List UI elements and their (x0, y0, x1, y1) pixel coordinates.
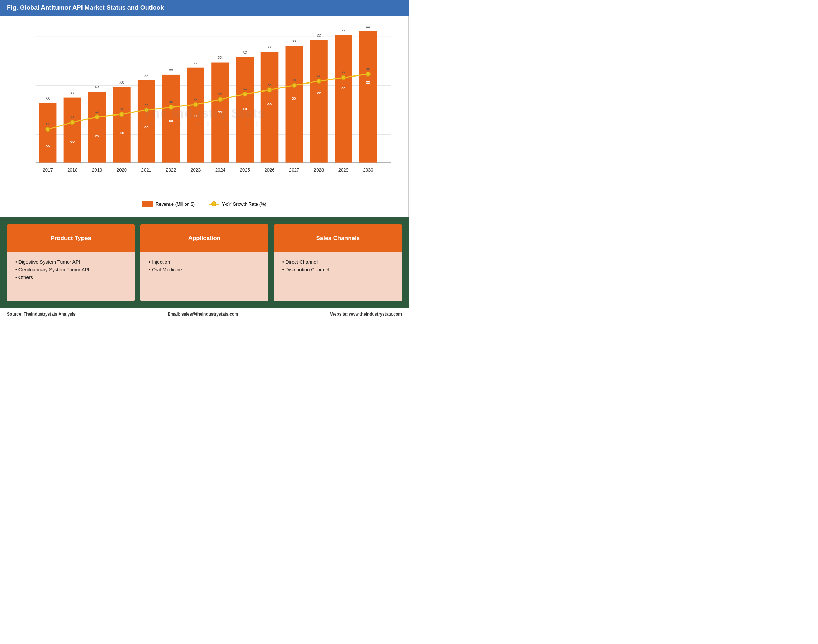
list-item: Distribution Channel (281, 267, 395, 273)
bar-2017 (39, 103, 57, 163)
list-item: Oral Medicine (147, 267, 261, 273)
footer-website: Website: www.theindustrystats.com (331, 312, 402, 317)
bar-2026 (261, 52, 278, 163)
svg-text:xx: xx (70, 90, 75, 95)
svg-text:xx: xx (194, 97, 198, 101)
svg-text:2029: 2029 (338, 167, 349, 173)
legend-revenue: Revenue (Million $) (142, 201, 195, 207)
dot-2023 (194, 103, 198, 107)
dot-2018 (70, 120, 75, 124)
svg-text:xx: xx (46, 143, 50, 147)
list-item: Genitourinary System Tumor API (14, 267, 128, 273)
list-item: Direct Channel (281, 259, 395, 265)
svg-text:xx: xx (169, 67, 173, 72)
svg-text:xx: xx (144, 124, 149, 128)
bar-2021 (138, 80, 155, 163)
footer-email: Email: sales@theindustrystats.com (168, 312, 238, 317)
list-item: Injection (147, 259, 261, 265)
bar-2029 (335, 35, 352, 163)
svg-text:xx: xx (317, 33, 321, 38)
product-types-body: Digestive System Tumor API Genitourinary… (7, 252, 135, 301)
category-sales-channels: Sales Channels Direct Channel Distributi… (274, 224, 402, 301)
footer-source: Source: Theindustrystats Analysis (7, 312, 75, 317)
bar-2027 (286, 46, 303, 163)
svg-text:xx: xx (317, 91, 321, 95)
legend-revenue-label: Revenue (Million $) (156, 201, 195, 207)
bar-line-chart: xx xx 2017 xx xx 2018 xx xx 2019 xx xx 2… (11, 23, 398, 197)
svg-text:xx: xx (46, 121, 50, 126)
svg-text:xx: xx (218, 92, 223, 96)
bar-2020 (113, 87, 131, 163)
bar-2019 (88, 92, 106, 163)
dot-2020 (120, 112, 124, 116)
chart-area: The Industry Stats m a r k e t r e s e a… (0, 16, 409, 218)
svg-text:xx: xx (120, 106, 124, 110)
bar-2030 (359, 31, 377, 163)
svg-text:2030: 2030 (363, 167, 373, 173)
svg-text:xx: xx (46, 96, 50, 101)
svg-text:xx: xx (218, 110, 223, 114)
svg-text:xx: xx (292, 38, 296, 43)
svg-text:xx: xx (341, 70, 346, 74)
svg-text:xx: xx (243, 50, 247, 55)
bar-2018 (64, 98, 81, 163)
svg-text:2022: 2022 (166, 167, 176, 173)
svg-text:2025: 2025 (240, 167, 250, 173)
svg-text:xx: xx (268, 44, 272, 49)
dot-2029 (341, 75, 346, 80)
dot-2017 (46, 127, 50, 132)
svg-text:xx: xx (95, 84, 99, 89)
svg-text:2024: 2024 (215, 167, 225, 173)
svg-text:xx: xx (120, 80, 124, 84)
svg-text:2020: 2020 (117, 167, 127, 173)
svg-text:xx: xx (194, 61, 198, 65)
svg-text:xx: xx (341, 28, 346, 33)
svg-text:xx: xx (243, 86, 247, 90)
application-list: Injection Oral Medicine (147, 259, 261, 273)
svg-text:xx: xx (366, 66, 371, 71)
svg-text:xx: xx (169, 119, 174, 123)
sales-channels-list: Direct Channel Distribution Channel (281, 259, 395, 273)
dot-2030 (366, 72, 370, 76)
dot-2022 (169, 105, 173, 109)
svg-text:2021: 2021 (141, 167, 151, 173)
svg-text:2023: 2023 (191, 167, 201, 173)
svg-text:2026: 2026 (264, 167, 274, 173)
sales-channels-body: Direct Channel Distribution Channel (274, 252, 402, 301)
svg-text:xx: xx (95, 109, 99, 113)
chart-legend: Revenue (Million $) Y-oY Growth Rate (%) (11, 198, 398, 209)
svg-text:xx: xx (243, 106, 247, 110)
application-header: Application (140, 224, 268, 252)
svg-text:xx: xx (144, 73, 148, 78)
svg-text:xx: xx (194, 113, 198, 118)
legend-growth: Y-oY Growth Rate (%) (209, 201, 266, 207)
bar-2028 (310, 40, 328, 163)
list-item: Others (14, 274, 128, 280)
svg-text:2017: 2017 (43, 167, 53, 173)
category-application: Application Injection Oral Medicine (140, 224, 268, 301)
svg-text:2027: 2027 (289, 167, 299, 173)
svg-text:2028: 2028 (314, 167, 324, 173)
legend-growth-label: Y-oY Growth Rate (%) (222, 201, 266, 207)
dot-2019 (95, 115, 99, 119)
svg-text:xx: xx (292, 78, 296, 82)
dot-2028 (317, 79, 321, 83)
dot-2025 (243, 92, 247, 96)
bottom-section: Product Types Digestive System Tumor API… (0, 218, 409, 308)
page-header: Fig. Global Antitumor API Market Status … (0, 0, 409, 16)
svg-text:xx: xx (70, 115, 75, 119)
svg-text:2018: 2018 (67, 167, 77, 173)
product-types-list: Digestive System Tumor API Genitourinary… (14, 259, 128, 280)
legend-line-icon (209, 204, 219, 205)
svg-text:xx: xx (70, 140, 75, 144)
svg-text:xx: xx (366, 25, 370, 29)
category-product-types: Product Types Digestive System Tumor API… (7, 224, 135, 301)
svg-text:xx: xx (169, 100, 173, 104)
svg-text:xx: xx (218, 55, 222, 60)
list-item: Digestive System Tumor API (14, 259, 128, 265)
sales-channels-header: Sales Channels (274, 224, 402, 252)
svg-text:2019: 2019 (92, 167, 102, 173)
dot-2027 (292, 83, 296, 87)
svg-text:xx: xx (268, 101, 272, 106)
svg-text:xx: xx (268, 82, 272, 86)
